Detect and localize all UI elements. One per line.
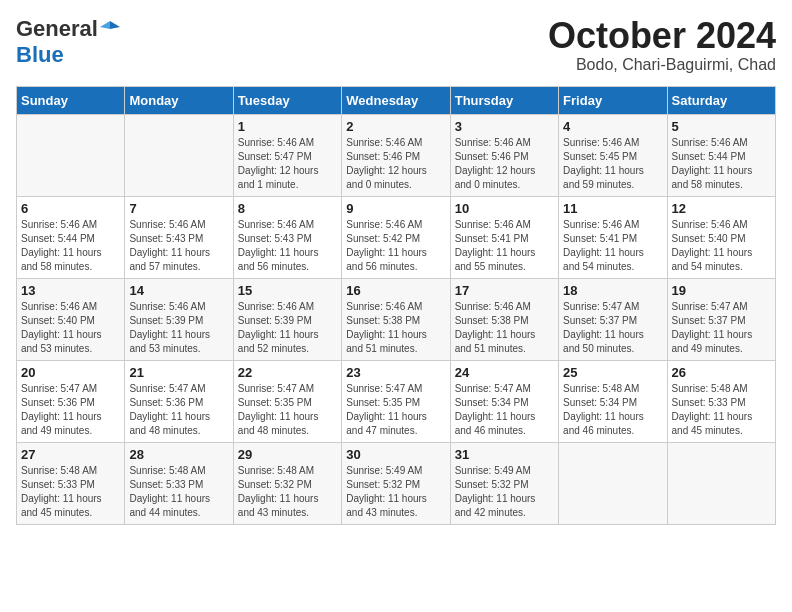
day-number: 25 xyxy=(563,365,662,380)
day-info: Sunrise: 5:46 AM Sunset: 5:45 PM Dayligh… xyxy=(563,136,662,192)
calendar-cell: 11Sunrise: 5:46 AM Sunset: 5:41 PM Dayli… xyxy=(559,196,667,278)
day-info: Sunrise: 5:47 AM Sunset: 5:36 PM Dayligh… xyxy=(21,382,120,438)
calendar-cell: 29Sunrise: 5:48 AM Sunset: 5:32 PM Dayli… xyxy=(233,442,341,524)
calendar-cell: 17Sunrise: 5:46 AM Sunset: 5:38 PM Dayli… xyxy=(450,278,558,360)
title-block: October 2024 Bodo, Chari-Baguirmi, Chad xyxy=(548,16,776,74)
day-info: Sunrise: 5:48 AM Sunset: 5:33 PM Dayligh… xyxy=(129,464,228,520)
calendar-cell: 7Sunrise: 5:46 AM Sunset: 5:43 PM Daylig… xyxy=(125,196,233,278)
calendar-cell: 21Sunrise: 5:47 AM Sunset: 5:36 PM Dayli… xyxy=(125,360,233,442)
logo: General Blue xyxy=(16,16,122,68)
calendar-week-row: 20Sunrise: 5:47 AM Sunset: 5:36 PM Dayli… xyxy=(17,360,776,442)
day-number: 14 xyxy=(129,283,228,298)
day-info: Sunrise: 5:46 AM Sunset: 5:46 PM Dayligh… xyxy=(455,136,554,192)
calendar-cell: 20Sunrise: 5:47 AM Sunset: 5:36 PM Dayli… xyxy=(17,360,125,442)
day-info: Sunrise: 5:46 AM Sunset: 5:41 PM Dayligh… xyxy=(563,218,662,274)
day-info: Sunrise: 5:46 AM Sunset: 5:43 PM Dayligh… xyxy=(238,218,337,274)
calendar-cell: 12Sunrise: 5:46 AM Sunset: 5:40 PM Dayli… xyxy=(667,196,775,278)
svg-marker-1 xyxy=(100,21,110,29)
calendar-cell: 30Sunrise: 5:49 AM Sunset: 5:32 PM Dayli… xyxy=(342,442,450,524)
day-info: Sunrise: 5:46 AM Sunset: 5:40 PM Dayligh… xyxy=(672,218,771,274)
day-info: Sunrise: 5:48 AM Sunset: 5:34 PM Dayligh… xyxy=(563,382,662,438)
day-number: 23 xyxy=(346,365,445,380)
day-number: 26 xyxy=(672,365,771,380)
calendar-cell: 27Sunrise: 5:48 AM Sunset: 5:33 PM Dayli… xyxy=(17,442,125,524)
calendar-cell: 5Sunrise: 5:46 AM Sunset: 5:44 PM Daylig… xyxy=(667,114,775,196)
day-number: 11 xyxy=(563,201,662,216)
day-info: Sunrise: 5:46 AM Sunset: 5:41 PM Dayligh… xyxy=(455,218,554,274)
calendar-cell xyxy=(559,442,667,524)
calendar-cell: 3Sunrise: 5:46 AM Sunset: 5:46 PM Daylig… xyxy=(450,114,558,196)
calendar-cell: 25Sunrise: 5:48 AM Sunset: 5:34 PM Dayli… xyxy=(559,360,667,442)
day-number: 15 xyxy=(238,283,337,298)
logo-general: General xyxy=(16,16,98,42)
day-number: 22 xyxy=(238,365,337,380)
day-info: Sunrise: 5:49 AM Sunset: 5:32 PM Dayligh… xyxy=(346,464,445,520)
weekday-header-thursday: Thursday xyxy=(450,86,558,114)
weekday-header-tuesday: Tuesday xyxy=(233,86,341,114)
weekday-header-wednesday: Wednesday xyxy=(342,86,450,114)
weekday-header-friday: Friday xyxy=(559,86,667,114)
day-number: 5 xyxy=(672,119,771,134)
day-info: Sunrise: 5:48 AM Sunset: 5:32 PM Dayligh… xyxy=(238,464,337,520)
weekday-header-saturday: Saturday xyxy=(667,86,775,114)
day-number: 19 xyxy=(672,283,771,298)
day-number: 17 xyxy=(455,283,554,298)
calendar-cell: 18Sunrise: 5:47 AM Sunset: 5:37 PM Dayli… xyxy=(559,278,667,360)
day-number: 7 xyxy=(129,201,228,216)
day-info: Sunrise: 5:46 AM Sunset: 5:38 PM Dayligh… xyxy=(455,300,554,356)
day-number: 27 xyxy=(21,447,120,462)
calendar-cell: 4Sunrise: 5:46 AM Sunset: 5:45 PM Daylig… xyxy=(559,114,667,196)
calendar-cell: 28Sunrise: 5:48 AM Sunset: 5:33 PM Dayli… xyxy=(125,442,233,524)
calendar-cell: 26Sunrise: 5:48 AM Sunset: 5:33 PM Dayli… xyxy=(667,360,775,442)
page-header: General Blue October 2024 Bodo, Chari-Ba… xyxy=(16,16,776,74)
day-info: Sunrise: 5:46 AM Sunset: 5:47 PM Dayligh… xyxy=(238,136,337,192)
calendar-cell: 19Sunrise: 5:47 AM Sunset: 5:37 PM Dayli… xyxy=(667,278,775,360)
day-info: Sunrise: 5:46 AM Sunset: 5:44 PM Dayligh… xyxy=(672,136,771,192)
day-info: Sunrise: 5:47 AM Sunset: 5:35 PM Dayligh… xyxy=(238,382,337,438)
calendar-cell: 14Sunrise: 5:46 AM Sunset: 5:39 PM Dayli… xyxy=(125,278,233,360)
day-info: Sunrise: 5:46 AM Sunset: 5:40 PM Dayligh… xyxy=(21,300,120,356)
logo-blue: Blue xyxy=(16,42,64,68)
weekday-header-monday: Monday xyxy=(125,86,233,114)
calendar-week-row: 6Sunrise: 5:46 AM Sunset: 5:44 PM Daylig… xyxy=(17,196,776,278)
calendar-cell: 13Sunrise: 5:46 AM Sunset: 5:40 PM Dayli… xyxy=(17,278,125,360)
day-info: Sunrise: 5:49 AM Sunset: 5:32 PM Dayligh… xyxy=(455,464,554,520)
calendar-cell xyxy=(667,442,775,524)
day-number: 13 xyxy=(21,283,120,298)
day-info: Sunrise: 5:47 AM Sunset: 5:35 PM Dayligh… xyxy=(346,382,445,438)
day-number: 12 xyxy=(672,201,771,216)
day-number: 16 xyxy=(346,283,445,298)
calendar-cell: 6Sunrise: 5:46 AM Sunset: 5:44 PM Daylig… xyxy=(17,196,125,278)
day-number: 28 xyxy=(129,447,228,462)
day-number: 29 xyxy=(238,447,337,462)
weekday-header-sunday: Sunday xyxy=(17,86,125,114)
day-info: Sunrise: 5:46 AM Sunset: 5:39 PM Dayligh… xyxy=(129,300,228,356)
calendar-cell: 31Sunrise: 5:49 AM Sunset: 5:32 PM Dayli… xyxy=(450,442,558,524)
day-info: Sunrise: 5:46 AM Sunset: 5:39 PM Dayligh… xyxy=(238,300,337,356)
day-number: 30 xyxy=(346,447,445,462)
day-number: 4 xyxy=(563,119,662,134)
day-info: Sunrise: 5:47 AM Sunset: 5:34 PM Dayligh… xyxy=(455,382,554,438)
day-info: Sunrise: 5:46 AM Sunset: 5:38 PM Dayligh… xyxy=(346,300,445,356)
day-info: Sunrise: 5:46 AM Sunset: 5:44 PM Dayligh… xyxy=(21,218,120,274)
svg-marker-0 xyxy=(110,21,120,29)
calendar-table: SundayMondayTuesdayWednesdayThursdayFrid… xyxy=(16,86,776,525)
calendar-cell: 23Sunrise: 5:47 AM Sunset: 5:35 PM Dayli… xyxy=(342,360,450,442)
month-title: October 2024 xyxy=(548,16,776,56)
calendar-cell: 10Sunrise: 5:46 AM Sunset: 5:41 PM Dayli… xyxy=(450,196,558,278)
calendar-cell xyxy=(125,114,233,196)
calendar-cell xyxy=(17,114,125,196)
day-info: Sunrise: 5:48 AM Sunset: 5:33 PM Dayligh… xyxy=(672,382,771,438)
day-number: 2 xyxy=(346,119,445,134)
day-number: 24 xyxy=(455,365,554,380)
calendar-week-row: 1Sunrise: 5:46 AM Sunset: 5:47 PM Daylig… xyxy=(17,114,776,196)
day-number: 10 xyxy=(455,201,554,216)
day-number: 21 xyxy=(129,365,228,380)
calendar-week-row: 13Sunrise: 5:46 AM Sunset: 5:40 PM Dayli… xyxy=(17,278,776,360)
day-info: Sunrise: 5:46 AM Sunset: 5:43 PM Dayligh… xyxy=(129,218,228,274)
calendar-cell: 2Sunrise: 5:46 AM Sunset: 5:46 PM Daylig… xyxy=(342,114,450,196)
day-number: 3 xyxy=(455,119,554,134)
day-info: Sunrise: 5:46 AM Sunset: 5:46 PM Dayligh… xyxy=(346,136,445,192)
location-title: Bodo, Chari-Baguirmi, Chad xyxy=(548,56,776,74)
day-info: Sunrise: 5:47 AM Sunset: 5:36 PM Dayligh… xyxy=(129,382,228,438)
